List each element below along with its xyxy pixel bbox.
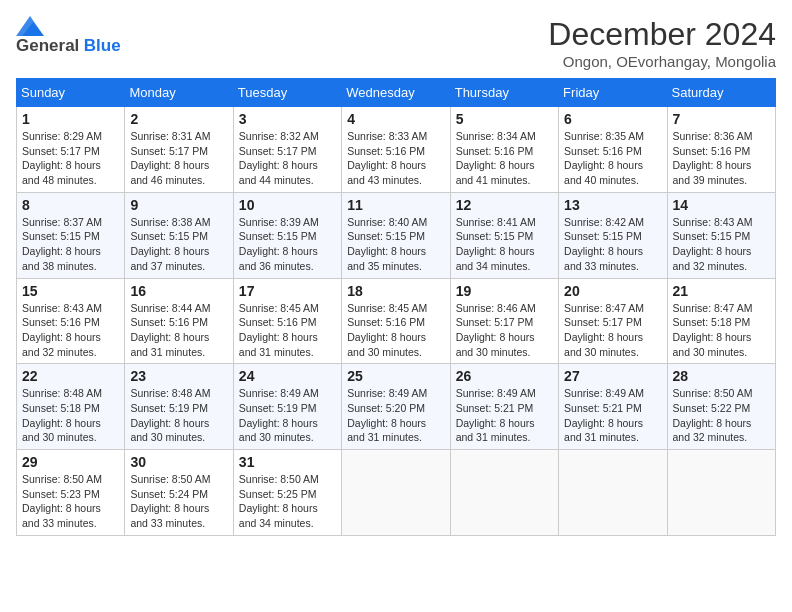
sunrise-text: Sunrise: 8:49 AM [239, 387, 319, 399]
sunrise-text: Sunrise: 8:45 AM [239, 302, 319, 314]
sunset-text: Sunset: 5:22 PM [673, 402, 751, 414]
weekday-header: Saturday [667, 79, 775, 107]
daylight-text: Daylight: 8 hours and 34 minutes. [456, 245, 535, 272]
calendar-cell: 6Sunrise: 8:35 AMSunset: 5:16 PMDaylight… [559, 107, 667, 193]
sunset-text: Sunset: 5:19 PM [130, 402, 208, 414]
calendar-cell: 9Sunrise: 8:38 AMSunset: 5:15 PMDaylight… [125, 192, 233, 278]
sunset-text: Sunset: 5:21 PM [564, 402, 642, 414]
daylight-text: Daylight: 8 hours and 33 minutes. [130, 502, 209, 529]
sunrise-text: Sunrise: 8:50 AM [239, 473, 319, 485]
sunrise-text: Sunrise: 8:48 AM [130, 387, 210, 399]
daylight-text: Daylight: 8 hours and 33 minutes. [564, 245, 643, 272]
sunrise-text: Sunrise: 8:35 AM [564, 130, 644, 142]
sunset-text: Sunset: 5:15 PM [347, 230, 425, 242]
sunrise-text: Sunrise: 8:31 AM [130, 130, 210, 142]
day-number: 3 [239, 111, 336, 127]
sunset-text: Sunset: 5:15 PM [22, 230, 100, 242]
sunrise-text: Sunrise: 8:44 AM [130, 302, 210, 314]
sunset-text: Sunset: 5:23 PM [22, 488, 100, 500]
day-info: Sunrise: 8:33 AMSunset: 5:16 PMDaylight:… [347, 129, 444, 188]
sunset-text: Sunset: 5:17 PM [456, 316, 534, 328]
day-number: 13 [564, 197, 661, 213]
day-info: Sunrise: 8:31 AMSunset: 5:17 PMDaylight:… [130, 129, 227, 188]
day-info: Sunrise: 8:48 AMSunset: 5:19 PMDaylight:… [130, 386, 227, 445]
sunrise-text: Sunrise: 8:47 AM [673, 302, 753, 314]
sunset-text: Sunset: 5:25 PM [239, 488, 317, 500]
calendar-table: SundayMondayTuesdayWednesdayThursdayFrid… [16, 78, 776, 536]
day-info: Sunrise: 8:40 AMSunset: 5:15 PMDaylight:… [347, 215, 444, 274]
calendar-cell: 16Sunrise: 8:44 AMSunset: 5:16 PMDayligh… [125, 278, 233, 364]
day-number: 28 [673, 368, 770, 384]
sunrise-text: Sunrise: 8:39 AM [239, 216, 319, 228]
calendar-cell: 11Sunrise: 8:40 AMSunset: 5:15 PMDayligh… [342, 192, 450, 278]
calendar-cell: 27Sunrise: 8:49 AMSunset: 5:21 PMDayligh… [559, 364, 667, 450]
day-info: Sunrise: 8:44 AMSunset: 5:16 PMDaylight:… [130, 301, 227, 360]
calendar-cell: 2Sunrise: 8:31 AMSunset: 5:17 PMDaylight… [125, 107, 233, 193]
daylight-text: Daylight: 8 hours and 30 minutes. [22, 417, 101, 444]
day-number: 22 [22, 368, 119, 384]
sunrise-text: Sunrise: 8:36 AM [673, 130, 753, 142]
calendar-cell: 17Sunrise: 8:45 AMSunset: 5:16 PMDayligh… [233, 278, 341, 364]
weekday-header: Tuesday [233, 79, 341, 107]
calendar-cell: 23Sunrise: 8:48 AMSunset: 5:19 PMDayligh… [125, 364, 233, 450]
weekday-header: Sunday [17, 79, 125, 107]
sunset-text: Sunset: 5:18 PM [22, 402, 100, 414]
calendar-cell: 10Sunrise: 8:39 AMSunset: 5:15 PMDayligh… [233, 192, 341, 278]
day-info: Sunrise: 8:42 AMSunset: 5:15 PMDaylight:… [564, 215, 661, 274]
sunrise-text: Sunrise: 8:49 AM [564, 387, 644, 399]
sunset-text: Sunset: 5:15 PM [673, 230, 751, 242]
daylight-text: Daylight: 8 hours and 30 minutes. [130, 417, 209, 444]
day-info: Sunrise: 8:47 AMSunset: 5:17 PMDaylight:… [564, 301, 661, 360]
calendar-week-row: 8Sunrise: 8:37 AMSunset: 5:15 PMDaylight… [17, 192, 776, 278]
day-info: Sunrise: 8:48 AMSunset: 5:18 PMDaylight:… [22, 386, 119, 445]
daylight-text: Daylight: 8 hours and 37 minutes. [130, 245, 209, 272]
weekday-header: Friday [559, 79, 667, 107]
sunrise-text: Sunrise: 8:33 AM [347, 130, 427, 142]
sunset-text: Sunset: 5:17 PM [130, 145, 208, 157]
day-number: 15 [22, 283, 119, 299]
day-number: 11 [347, 197, 444, 213]
day-info: Sunrise: 8:46 AMSunset: 5:17 PMDaylight:… [456, 301, 553, 360]
day-number: 2 [130, 111, 227, 127]
calendar-cell: 15Sunrise: 8:43 AMSunset: 5:16 PMDayligh… [17, 278, 125, 364]
daylight-text: Daylight: 8 hours and 31 minutes. [564, 417, 643, 444]
daylight-text: Daylight: 8 hours and 38 minutes. [22, 245, 101, 272]
daylight-text: Daylight: 8 hours and 46 minutes. [130, 159, 209, 186]
calendar-cell: 14Sunrise: 8:43 AMSunset: 5:15 PMDayligh… [667, 192, 775, 278]
sunset-text: Sunset: 5:16 PM [22, 316, 100, 328]
sunrise-text: Sunrise: 8:46 AM [456, 302, 536, 314]
daylight-text: Daylight: 8 hours and 31 minutes. [347, 417, 426, 444]
day-info: Sunrise: 8:47 AMSunset: 5:18 PMDaylight:… [673, 301, 770, 360]
daylight-text: Daylight: 8 hours and 39 minutes. [673, 159, 752, 186]
day-number: 27 [564, 368, 661, 384]
calendar-cell: 21Sunrise: 8:47 AMSunset: 5:18 PMDayligh… [667, 278, 775, 364]
calendar-week-row: 15Sunrise: 8:43 AMSunset: 5:16 PMDayligh… [17, 278, 776, 364]
daylight-text: Daylight: 8 hours and 31 minutes. [456, 417, 535, 444]
calendar-cell [342, 450, 450, 536]
sunrise-text: Sunrise: 8:45 AM [347, 302, 427, 314]
weekday-header-row: SundayMondayTuesdayWednesdayThursdayFrid… [17, 79, 776, 107]
sunset-text: Sunset: 5:21 PM [456, 402, 534, 414]
sunset-text: Sunset: 5:17 PM [22, 145, 100, 157]
day-number: 5 [456, 111, 553, 127]
calendar-cell: 12Sunrise: 8:41 AMSunset: 5:15 PMDayligh… [450, 192, 558, 278]
day-info: Sunrise: 8:45 AMSunset: 5:16 PMDaylight:… [347, 301, 444, 360]
day-info: Sunrise: 8:45 AMSunset: 5:16 PMDaylight:… [239, 301, 336, 360]
sunrise-text: Sunrise: 8:42 AM [564, 216, 644, 228]
sunrise-text: Sunrise: 8:49 AM [456, 387, 536, 399]
day-info: Sunrise: 8:36 AMSunset: 5:16 PMDaylight:… [673, 129, 770, 188]
sunrise-text: Sunrise: 8:32 AM [239, 130, 319, 142]
day-number: 20 [564, 283, 661, 299]
calendar-cell: 8Sunrise: 8:37 AMSunset: 5:15 PMDaylight… [17, 192, 125, 278]
daylight-text: Daylight: 8 hours and 32 minutes. [22, 331, 101, 358]
day-info: Sunrise: 8:50 AMSunset: 5:22 PMDaylight:… [673, 386, 770, 445]
day-info: Sunrise: 8:49 AMSunset: 5:20 PMDaylight:… [347, 386, 444, 445]
daylight-text: Daylight: 8 hours and 34 minutes. [239, 502, 318, 529]
day-number: 12 [456, 197, 553, 213]
calendar-title: December 2024 [548, 16, 776, 53]
day-number: 9 [130, 197, 227, 213]
sunrise-text: Sunrise: 8:43 AM [22, 302, 102, 314]
daylight-text: Daylight: 8 hours and 48 minutes. [22, 159, 101, 186]
sunset-text: Sunset: 5:18 PM [673, 316, 751, 328]
day-number: 31 [239, 454, 336, 470]
